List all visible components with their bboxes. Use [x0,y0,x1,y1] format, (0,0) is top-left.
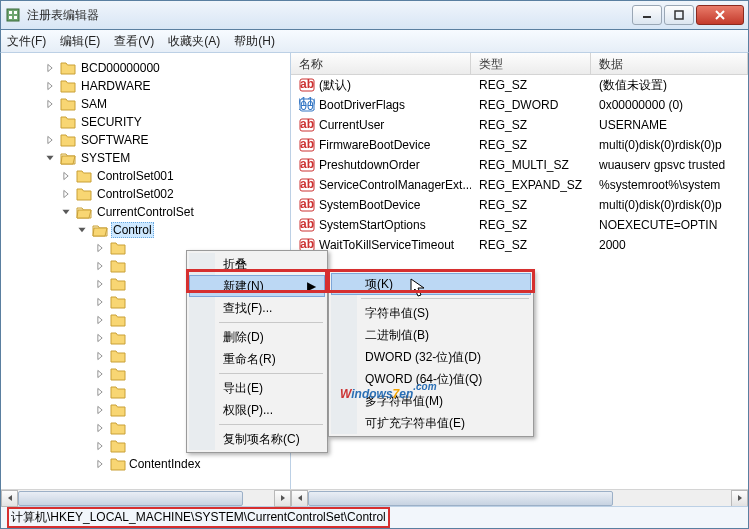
folder-icon [110,366,126,382]
scroll-left-button[interactable] [291,490,308,507]
ctx-delete[interactable]: 删除(D) [189,326,325,348]
tree-node[interactable]: HARDWARE [43,77,290,95]
col-type[interactable]: 类型 [471,53,591,74]
titlebar[interactable]: 注册表编辑器 [0,0,749,30]
value-type: REG_SZ [471,198,591,212]
ctx-perms[interactable]: 权限(P)... [189,399,325,421]
ctx-export[interactable]: 导出(E) [189,377,325,399]
value-icon [299,77,315,93]
tree-label: SOFTWARE [79,133,151,147]
list-row[interactable]: SystemStartOptions REG_SZ NOEXECUTE=OPTI… [291,215,748,235]
tree-node[interactable]: ControlSet001 [59,167,290,185]
tree-label: ContentIndex [129,457,200,471]
list-row[interactable]: FirmwareBootDevice REG_SZ multi(0)disk(0… [291,135,748,155]
value-name: WaitToKillServiceTimeout [319,238,454,252]
tree-hscroll[interactable] [1,489,291,506]
expander-icon[interactable] [43,79,57,93]
folder-icon [60,132,76,148]
scroll-right-button[interactable] [731,490,748,507]
expander-icon[interactable] [93,385,107,399]
expander-icon[interactable] [93,349,107,363]
list-row[interactable]: PreshutdownOrder REG_MULTI_SZ wuauserv g… [291,155,748,175]
expander-icon[interactable] [93,331,107,345]
expander-icon[interactable] [93,259,107,273]
expander-icon[interactable] [93,421,107,435]
expander-icon[interactable] [93,403,107,417]
ctx-new-binary[interactable]: 二进制值(B) [331,324,531,346]
value-data: (数值未设置) [591,77,748,94]
tree-node[interactable]: SAM [43,95,290,113]
expander-icon[interactable] [93,295,107,309]
value-name: (默认) [319,77,351,94]
list-row[interactable]: (默认) REG_SZ (数值未设置) [291,75,748,95]
maximize-button[interactable] [664,5,694,25]
folder-icon [60,150,76,166]
ctx-find[interactable]: 查找(F)... [189,297,325,319]
value-icon [299,177,315,193]
col-data[interactable]: 数据 [591,53,748,74]
tree-node[interactable]: BCD00000000 [43,59,290,77]
ctx-new-string[interactable]: 字符串值(S) [331,302,531,324]
list-row[interactable]: CurrentUser REG_SZ USERNAME [291,115,748,135]
tree-node[interactable]: ContentIndex [93,455,290,473]
tree-node[interactable]: ControlSet002 [59,185,290,203]
menu-favorites[interactable]: 收藏夹(A) [168,33,220,50]
ctx-collapse[interactable]: 折叠 [189,253,325,275]
ctx-rename[interactable]: 重命名(R) [189,348,325,370]
expander-icon[interactable] [93,457,107,471]
folder-icon [110,312,126,328]
expander-icon[interactable] [59,187,73,201]
minimize-button[interactable] [632,5,662,25]
expander-icon[interactable] [43,151,57,165]
list-row[interactable]: WaitToKillServiceTimeout REG_SZ 2000 [291,235,748,255]
list-row[interactable]: BootDriverFlags REG_DWORD 0x00000000 (0) [291,95,748,115]
tree-node[interactable]: SYSTEM [43,149,290,167]
list-hscroll[interactable] [291,489,748,506]
expander-icon[interactable] [59,205,73,219]
tree-label: SYSTEM [79,151,132,165]
col-name[interactable]: 名称 [291,53,471,74]
menu-file[interactable]: 文件(F) [7,33,46,50]
value-data: 2000 [591,238,748,252]
expander-icon[interactable] [59,169,73,183]
ctx-new-expand[interactable]: 可扩充字符串值(E) [331,412,531,434]
tree-node[interactable]: Control [75,221,290,239]
ctx-copyname[interactable]: 复制项名称(C) [189,428,325,450]
menu-view[interactable]: 查看(V) [114,33,154,50]
value-name: FirmwareBootDevice [319,138,430,152]
expander-icon[interactable] [43,97,57,111]
expander-icon[interactable] [43,133,57,147]
tree-node[interactable]: SOFTWARE [43,131,290,149]
tree-node[interactable]: SECURITY [43,113,290,131]
menu-edit[interactable]: 编辑(E) [60,33,100,50]
tree-node[interactable]: CurrentControlSet [59,203,290,221]
value-data: multi(0)disk(0)rdisk(0)p [591,198,748,212]
list-row[interactable]: SystemBootDevice REG_SZ multi(0)disk(0)r… [291,195,748,215]
mouse-cursor-icon [410,278,426,298]
expander-icon[interactable] [93,439,107,453]
value-type: REG_MULTI_SZ [471,158,591,172]
expander-icon[interactable] [93,367,107,381]
ctx-new-dword[interactable]: DWORD (32-位)值(D) [331,346,531,368]
folder-icon [60,114,76,130]
context-menu-new: 项(K) 字符串值(S) 二进制值(B) DWORD (32-位)值(D) QW… [328,270,534,437]
tree-label: SECURITY [79,115,144,129]
ctx-new-multi[interactable]: 多字符串值(M) [331,390,531,412]
value-data: USERNAME [591,118,748,132]
ctx-new-qword[interactable]: QWORD (64-位)值(Q) [331,368,531,390]
expander-icon[interactable] [75,223,89,237]
expander-icon[interactable] [93,277,107,291]
svg-rect-10 [675,11,683,19]
folder-icon [110,402,126,418]
expander-icon[interactable] [93,313,107,327]
expander-icon[interactable] [43,61,57,75]
list-row[interactable]: ServiceControlManagerExt... REG_EXPAND_S… [291,175,748,195]
value-type: REG_SZ [471,218,591,232]
ctx-new-key[interactable]: 项(K) [331,273,531,295]
folder-icon [110,330,126,346]
value-name: PreshutdownOrder [319,158,420,172]
menu-help[interactable]: 帮助(H) [234,33,275,50]
ctx-new[interactable]: 新建(N)▶ [189,275,325,297]
expander-icon[interactable] [93,241,107,255]
close-button[interactable] [696,5,744,25]
